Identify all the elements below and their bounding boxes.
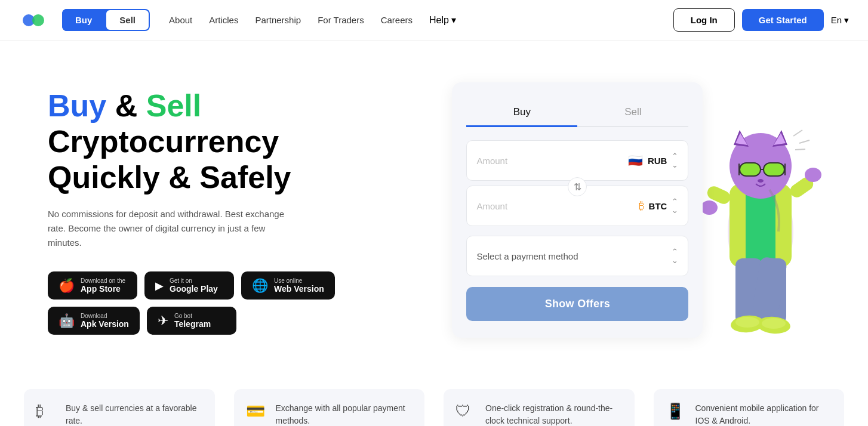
feature-text-4: Convenient mobile application for IOS & …	[695, 402, 833, 426]
payment-placeholder: Select a payment method	[476, 251, 578, 261]
nav-partnership[interactable]: Partnership	[255, 15, 301, 25]
googleplay-label-big: Google Play	[170, 284, 218, 294]
nav-about[interactable]: About	[169, 15, 192, 25]
feature-card-3: 🛡 One-click registration & round-the-clo…	[444, 389, 635, 426]
btc-currency-select[interactable]: ₿ BTC ⌃⌄	[639, 197, 679, 215]
nav-articles[interactable]: Articles	[209, 15, 238, 25]
header-right: Log In Get Started En ▾	[673, 8, 849, 32]
buy-sell-toggle: Buy Sell	[62, 9, 150, 31]
logo-icon	[19, 10, 48, 31]
svg-point-1	[32, 14, 44, 26]
hero-title-buy: Buy	[48, 88, 106, 123]
shield-icon: 🛡	[455, 402, 477, 421]
hero-section: Buy & Sell Cryptocurrency Quickly & Safe…	[0, 41, 868, 375]
telegram-label-small: Go bot	[174, 313, 211, 319]
feature-text-2: Exchange with all popular payment method…	[276, 402, 413, 426]
nav-for-traders[interactable]: For Traders	[318, 15, 364, 25]
svg-rect-13	[738, 163, 740, 175]
svg-rect-14	[784, 163, 786, 175]
android-icon: 🤖	[59, 313, 75, 329]
feature-text-1: Buy & sell currencies at a favorable rat…	[66, 402, 203, 426]
amount-placeholder-1: Amount	[476, 156, 507, 166]
tab-sell[interactable]: Sell	[577, 99, 688, 127]
feature-card-1: ₿ Buy & sell currencies at a favorable r…	[24, 389, 215, 426]
hero-title-sell: Sell	[146, 88, 202, 123]
sell-toggle-btn[interactable]: Sell	[106, 10, 149, 30]
hero-title-line2: Cryptocurrency	[48, 124, 279, 159]
hero-left: Buy & Sell Cryptocurrency Quickly & Safe…	[48, 76, 335, 335]
payment-chevron-icon: ⌃⌄	[672, 247, 678, 265]
webversion-button[interactable]: 🌐 Use online Web Version	[241, 271, 335, 300]
buy-toggle-btn[interactable]: Buy	[62, 9, 105, 31]
appstore-button[interactable]: 🍎 Download on the App Store	[48, 271, 137, 300]
svg-point-19	[805, 168, 821, 182]
appstore-label-big: App Store	[81, 284, 125, 294]
svg-point-25	[762, 318, 786, 329]
telegram-label-big: Telegram	[174, 319, 211, 329]
logo-area: Buy Sell About Articles Partnership For …	[19, 9, 456, 31]
apkversion-label-small: Download	[81, 313, 129, 319]
login-button[interactable]: Log In	[673, 8, 735, 32]
download-row-1: 🍎 Download on the App Store ▶ Get it on …	[48, 271, 335, 300]
swap-button[interactable]: ⇅	[568, 177, 587, 196]
main-nav: About Articles Partnership For Traders C…	[169, 14, 456, 26]
hero-title: Buy & Sell Cryptocurrency Quickly & Safe…	[48, 88, 335, 195]
btc-chevron-icon: ⌃⌄	[672, 197, 678, 215]
telegram-button[interactable]: ✈ Go bot Telegram	[147, 307, 236, 335]
feature-card-2: 💳 Exchange with all popular payment meth…	[234, 389, 425, 426]
mobile-icon: 📱	[666, 402, 687, 421]
header: Buy Sell About Articles Partnership For …	[0, 0, 868, 41]
svg-point-15	[758, 179, 764, 183]
payment-icon: 💳	[246, 402, 267, 421]
btc-code: BTC	[649, 201, 667, 211]
svg-point-24	[735, 317, 759, 328]
show-offers-button[interactable]: Show Offers	[466, 287, 688, 321]
googleplay-button[interactable]: ▶ Get it on Google Play	[144, 271, 234, 300]
svg-line-27	[799, 140, 809, 143]
webversion-label-big: Web Version	[274, 284, 324, 294]
svg-line-26	[793, 130, 802, 136]
language-selector[interactable]: En ▾	[831, 15, 849, 26]
amount-rub-input[interactable]: Amount 🇷🇺 RUB ⌃⌄	[466, 140, 688, 181]
mascot-svg	[683, 53, 838, 363]
hero-desc: No commissions for deposit and withdrawa…	[48, 207, 287, 250]
apkversion-button[interactable]: 🤖 Download Apk Version	[48, 307, 140, 335]
mascot-illustration	[683, 53, 838, 339]
tab-buy[interactable]: Buy	[466, 99, 577, 127]
widget-tabs: Buy Sell	[466, 99, 688, 127]
svg-rect-11	[764, 163, 784, 176]
nav-careers[interactable]: Careers	[381, 15, 413, 25]
svg-point-18	[701, 200, 718, 215]
hero-title-line3: Quickly & Safely	[48, 160, 291, 195]
get-started-button[interactable]: Get Started	[742, 9, 824, 31]
telegram-icon: ✈	[158, 313, 168, 329]
feature-text-3: One-click registration & round-the-clock…	[485, 402, 623, 426]
svg-line-28	[795, 149, 805, 150]
rub-code: RUB	[648, 156, 667, 166]
widget-area: Buy Sell Amount 🇷🇺 RUB ⌃⌄	[335, 82, 820, 338]
feature-card-4: 📱 Convenient mobile application for IOS …	[654, 389, 845, 426]
swap-icon: ⇅	[574, 181, 581, 193]
second-input-wrapper: ⇅ Amount ₿ BTC ⌃⌄	[466, 186, 688, 226]
btc-icon: ₿	[639, 200, 644, 212]
features-strip: ₿ Buy & sell currencies at a favorable r…	[0, 375, 868, 426]
rub-flag-icon: 🇷🇺	[628, 153, 643, 168]
payment-method-select[interactable]: Select a payment method ⌃⌄	[466, 236, 688, 276]
webversion-label-small: Use online	[274, 277, 324, 284]
nav-help[interactable]: Help ▾	[429, 14, 456, 26]
googleplay-label-small: Get it on	[170, 277, 218, 284]
download-buttons: 🍎 Download on the App Store ▶ Get it on …	[48, 271, 335, 335]
rub-currency-select[interactable]: 🇷🇺 RUB ⌃⌄	[628, 152, 679, 169]
appstore-label-small: Download on the	[81, 277, 125, 284]
apkversion-label-big: Apk Version	[81, 319, 129, 329]
amount-placeholder-2: Amount	[476, 201, 507, 211]
svg-rect-4	[746, 190, 775, 267]
exchange-widget: Buy Sell Amount 🇷🇺 RUB ⌃⌄	[452, 82, 703, 338]
googleplay-icon: ▶	[155, 279, 164, 292]
amount-rub-group: Amount 🇷🇺 RUB ⌃⌄	[466, 140, 688, 181]
rub-chevron-icon: ⌃⌄	[672, 152, 678, 169]
chevron-down-icon: ▾	[844, 15, 849, 26]
web-icon: 🌐	[252, 278, 268, 294]
svg-rect-10	[740, 163, 761, 176]
bitcoin-icon: ₿	[36, 402, 57, 421]
